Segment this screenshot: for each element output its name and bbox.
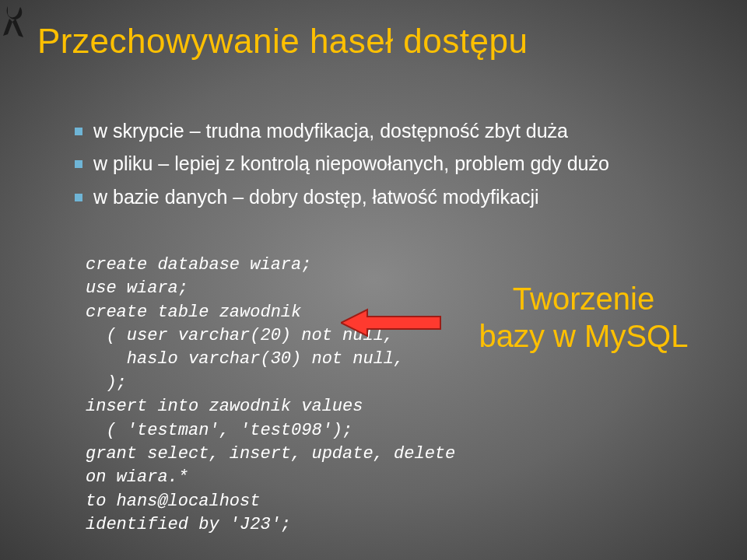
code-line: create database wiara; [86, 255, 311, 275]
code-line: to hans@localhost [86, 492, 260, 511]
code-line: use wiara; [86, 278, 188, 298]
bullet-list: w skrypcie – trudna modyfikacja, dostępn… [70, 117, 693, 215]
code-line: create table zawodnik [86, 303, 301, 322]
ribbon-icon [2, 3, 26, 40]
callout-line: bazy w MySQL [444, 317, 724, 355]
bullet-item: w skrypcie – trudna modyfikacja, dostępn… [70, 117, 693, 145]
slide-title: Przechowywanie haseł dostępu [37, 22, 528, 61]
code-line: insert into zawodnik values [86, 397, 363, 416]
code-line: haslo varchar(30) not null, [86, 349, 404, 369]
code-line: ); [86, 373, 127, 393]
bullet-item: w bazie danych – dobry dostęp, łatwość m… [70, 183, 693, 211]
callout-text: Tworzenie bazy w MySQL [444, 280, 724, 355]
code-block: create database wiara; use wiara; create… [86, 254, 455, 537]
code-line: ( 'testman', 'test098'); [86, 421, 352, 440]
code-line: identified by 'J23'; [86, 515, 291, 534]
code-line: on wiara.* [86, 467, 188, 487]
code-line: grant select, insert, update, delete [86, 444, 455, 464]
arrow-left-icon [341, 308, 442, 338]
callout-line: Tworzenie [444, 280, 724, 317]
svg-marker-0 [341, 310, 440, 336]
bullet-item: w pliku – lepiej z kontrolą niepowołanyc… [70, 149, 693, 177]
